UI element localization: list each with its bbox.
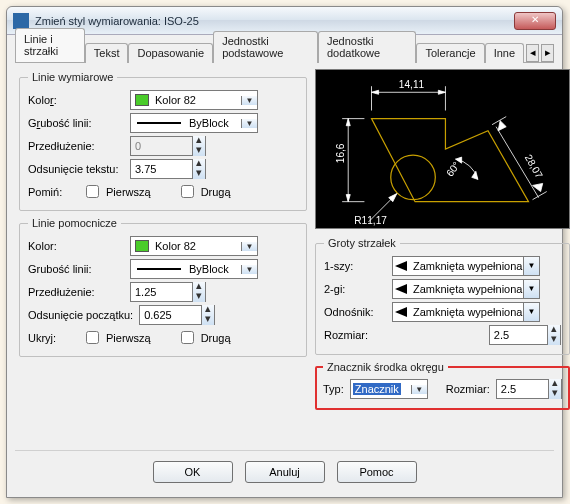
label-arrow-leader: Odnośnik:	[324, 306, 386, 318]
combo-dim-thickness[interactable]: ByBlock▼	[130, 113, 258, 133]
label-dim-thickness: Grubość linii:	[28, 117, 124, 129]
label-arrow-second: 2-gi:	[324, 283, 386, 295]
arrowhead-icon	[393, 284, 411, 294]
legend-center-mark: Znacznik środka okręgu	[323, 361, 448, 373]
help-button[interactable]: Pomoc	[337, 461, 417, 483]
label-ext-extend: Przedłużenie:	[28, 286, 124, 298]
ok-button[interactable]: OK	[153, 461, 233, 483]
arrowhead-icon	[393, 261, 411, 271]
legend-dim-lines: Linie wymiarowe	[28, 71, 117, 83]
svg-line-15	[533, 192, 547, 200]
spinner-arrow-size[interactable]: ▴▾	[489, 325, 561, 345]
spin-buttons[interactable]: ▴▾	[548, 379, 561, 399]
combo-arrow-first[interactable]: Zamknięta wypełniona▼	[392, 256, 540, 276]
spin-buttons[interactable]: ▴▾	[201, 305, 214, 325]
spin-buttons[interactable]: ▴▾	[547, 325, 560, 345]
svg-marker-22	[395, 307, 407, 317]
svg-line-14	[492, 117, 506, 125]
preview-dim-radius: R11,17	[354, 215, 387, 226]
tabs-scroll-left[interactable]: ◂	[526, 44, 539, 62]
label-dim-color: Kolor:	[28, 94, 124, 106]
label-ext-offset: Odsunięcie początku:	[28, 309, 133, 321]
tab-other[interactable]: Inne	[485, 43, 524, 63]
preview-dim-left: 16,6	[335, 143, 346, 163]
spin-buttons[interactable]: ▴▾	[192, 282, 205, 302]
chevron-down-icon: ▼	[523, 257, 539, 275]
close-button[interactable]: ✕	[514, 12, 556, 30]
chevron-down-icon: ▼	[241, 119, 257, 128]
legend-ext-lines: Linie pomocnicze	[28, 217, 121, 229]
cancel-button[interactable]: Anuluj	[245, 461, 325, 483]
color-swatch-icon	[135, 94, 149, 106]
label-ext-hide: Ukryj:	[28, 332, 76, 344]
legend-arrowheads: Groty strzałek	[324, 237, 400, 249]
checkbox-skip-first[interactable]: Pierwszą	[82, 182, 151, 201]
label-dim-extend: Przedłużenie:	[28, 140, 124, 152]
window-title: Zmień styl wymiarowania: ISO-25	[35, 15, 514, 27]
tab-fit[interactable]: Dopasowanie	[128, 43, 213, 63]
svg-marker-9	[346, 119, 350, 126]
svg-marker-21	[395, 284, 407, 294]
app-icon	[13, 13, 29, 29]
client-area: Linie i strzałki Tekst Dopasowanie Jedno…	[7, 35, 562, 497]
spin-buttons[interactable]: ▴▾	[192, 159, 205, 179]
checkbox-hide-first[interactable]: Pierwszą	[82, 328, 151, 347]
preview-pane: 14,11 16,6 R11,17 60° 28,07	[315, 69, 570, 229]
preview-dim-top: 14,11	[399, 79, 425, 90]
tab-primary-units[interactable]: Jednostki podstawowe	[213, 31, 318, 63]
tab-alt-units[interactable]: Jednostki dodatkowe	[318, 31, 417, 63]
svg-marker-19	[472, 171, 478, 179]
combo-ext-thickness[interactable]: ByBlock▼	[130, 259, 258, 279]
spinner-dim-extend: ▴▾	[130, 136, 206, 156]
label-center-size: Rozmiar:	[446, 383, 490, 395]
combo-arrow-leader[interactable]: Zamknięta wypełniona▼	[392, 302, 540, 322]
svg-marker-4	[372, 90, 379, 94]
lineweight-icon	[137, 122, 181, 124]
preview-dim-angle: 60°	[444, 160, 462, 179]
lineweight-icon	[137, 268, 181, 270]
tabs-scroll-right[interactable]: ▸	[541, 44, 554, 62]
combo-dim-color[interactable]: Kolor 82▼	[130, 90, 258, 110]
svg-marker-10	[346, 195, 350, 202]
chevron-down-icon: ▼	[523, 303, 539, 321]
chevron-down-icon: ▼	[241, 242, 257, 251]
group-ext-lines: Linie pomocnicze Kolor: Kolor 82▼ Gruboś…	[19, 217, 307, 357]
svg-marker-16	[498, 121, 506, 131]
tab-lines-arrows[interactable]: Linie i strzałki	[15, 28, 85, 62]
spinner-ext-extend[interactable]: ▴▾	[130, 282, 206, 302]
label-arrow-first: 1-szy:	[324, 260, 386, 272]
dialog-window: Zmień styl wymiarowania: ISO-25 ✕ Linie …	[6, 6, 563, 498]
tab-text[interactable]: Tekst	[85, 43, 129, 63]
spinner-center-size[interactable]: ▴▾	[496, 379, 562, 399]
checkbox-hide-second[interactable]: Drugą	[177, 328, 231, 347]
chevron-down-icon: ▼	[241, 96, 257, 105]
label-ext-color: Kolor:	[28, 240, 124, 252]
label-ext-thickness: Grubość linii:	[28, 263, 124, 275]
label-dim-text-offset: Odsunięcie tekstu:	[28, 163, 124, 175]
chevron-down-icon: ▼	[241, 265, 257, 274]
checkbox-skip-second[interactable]: Drugą	[177, 182, 231, 201]
chevron-down-icon: ▼	[411, 385, 427, 394]
label-arrow-size: Rozmiar:	[324, 329, 386, 341]
combo-center-type[interactable]: Znacznik▼	[350, 379, 428, 399]
button-bar: OK Anuluj Pomoc	[15, 450, 554, 489]
label-center-type: Typ:	[323, 383, 344, 395]
combo-ext-color[interactable]: Kolor 82▼	[130, 236, 258, 256]
chevron-down-icon: ▼	[523, 280, 539, 298]
tab-page: Linie wymiarowe Kolor: Kolor 82▼ Grubość…	[15, 63, 554, 450]
svg-marker-5	[438, 90, 445, 94]
spinner-dim-text-offset[interactable]: ▴▾	[130, 159, 206, 179]
group-arrowheads: Groty strzałek 1-szy: Zamknięta wypełnio…	[315, 237, 570, 355]
svg-marker-20	[395, 261, 407, 271]
arrowhead-icon	[393, 307, 411, 317]
spin-buttons: ▴▾	[192, 136, 205, 156]
tab-tolerances[interactable]: Tolerancje	[416, 43, 484, 63]
group-center-mark: Znacznik środka okręgu Typ: Znacznik▼ Ro…	[315, 361, 570, 410]
tab-strip: Linie i strzałki Tekst Dopasowanie Jedno…	[15, 41, 554, 63]
color-swatch-icon	[135, 240, 149, 252]
spinner-ext-offset[interactable]: ▴▾	[139, 305, 215, 325]
label-dim-skip: Pomiń:	[28, 186, 76, 198]
group-dim-lines: Linie wymiarowe Kolor: Kolor 82▼ Grubość…	[19, 71, 307, 211]
combo-arrow-second[interactable]: Zamknięta wypełniona▼	[392, 279, 540, 299]
